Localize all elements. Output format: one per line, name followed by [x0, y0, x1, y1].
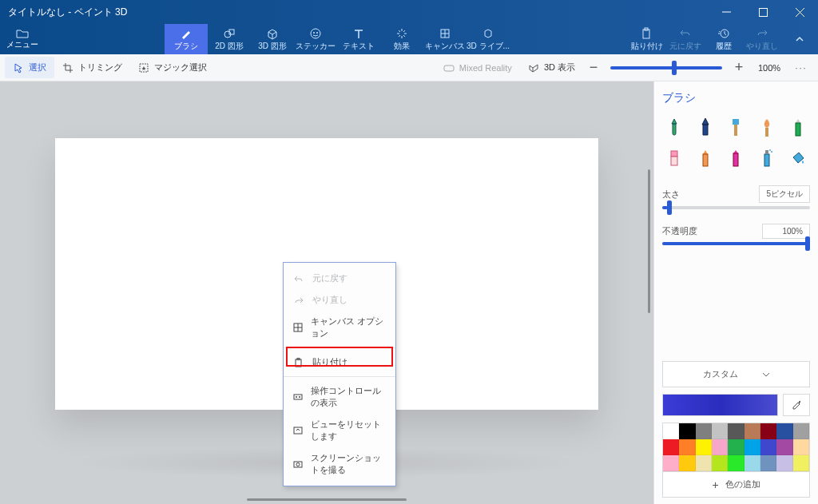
brush-pastel[interactable] [724, 147, 749, 169]
swatch[interactable] [696, 439, 712, 455]
brush-oil[interactable] [724, 117, 749, 139]
history-action[interactable]: 履歴 [705, 24, 743, 54]
paste-action[interactable]: 貼り付け [628, 24, 666, 54]
swatch[interactable] [679, 439, 695, 455]
swatch[interactable] [745, 423, 760, 439]
add-color-button[interactable]: + 色の追加 [662, 472, 810, 498]
swatch[interactable] [760, 455, 776, 471]
view-3d-button[interactable]: 3D 表示 [520, 57, 583, 78]
swatch[interactable] [745, 455, 760, 471]
swatch[interactable] [793, 423, 809, 439]
color-swatches [662, 423, 810, 472]
redo-icon [293, 295, 304, 306]
maximize-button[interactable] [745, 0, 781, 24]
paste-icon [293, 357, 304, 368]
swatch[interactable] [793, 455, 809, 471]
tab-3d-library[interactable]: 3D ライブ... [467, 24, 510, 54]
tab-effects[interactable]: 効果 [380, 24, 423, 54]
swatch[interactable] [712, 423, 728, 439]
zoom-in-button[interactable]: + [729, 58, 749, 78]
mixed-reality-button: Mixed Reality [435, 58, 520, 78]
opacity-slider[interactable] [662, 242, 810, 245]
eyedropper-button[interactable] [783, 394, 810, 416]
tab-text[interactable]: テキスト [337, 24, 380, 54]
brush-watercolor[interactable] [755, 117, 780, 139]
thickness-slider[interactable] [662, 206, 810, 209]
select-tool[interactable]: 選択 [5, 57, 54, 78]
ctx-show-controls[interactable]: 操作コントロールの表示 [284, 380, 395, 414]
brush-fill[interactable] [785, 147, 810, 169]
brush-marker[interactable] [662, 117, 687, 139]
tab-2d-shapes[interactable]: 2D 図形 [208, 24, 251, 54]
material-dropdown[interactable]: カスタム [662, 361, 810, 387]
svg-rect-29 [764, 154, 769, 166]
swatch[interactable] [663, 439, 679, 455]
ribbon: メニュー ブラシ 2D 図形 3D 図形 ステッカー テキスト 効果 キャンバス… [0, 24, 818, 54]
chevron-up-icon [794, 34, 805, 45]
close-button[interactable] [781, 0, 818, 24]
swatch[interactable] [663, 423, 679, 439]
menu-button[interactable]: メニュー [0, 24, 45, 54]
more-button[interactable]: ··· [789, 63, 813, 73]
context-menu: 元に戻す やり直し キャンバス オプション 貼り付け 操作コントロールの表示 [283, 262, 396, 486]
thickness-thumb[interactable] [667, 200, 672, 215]
minimize-button[interactable] [708, 0, 745, 24]
opacity-thumb[interactable] [805, 236, 810, 251]
sticker-icon [309, 27, 322, 40]
zoom-percent[interactable]: 100% [749, 63, 789, 73]
swatch[interactable] [745, 439, 760, 455]
ctx-reset-view[interactable]: ビューをリセットします [284, 414, 395, 447]
reset-view-icon [293, 425, 303, 436]
tab-canvas[interactable]: キャンバス [423, 24, 467, 54]
swatch[interactable] [679, 423, 695, 439]
swatch[interactable] [696, 455, 712, 471]
side-panel: ブラシ 太さ 5ピクセル 不透明度 100% [653, 81, 818, 504]
brush-spray[interactable] [755, 147, 780, 169]
brush-crayon[interactable] [693, 147, 718, 169]
opacity-value[interactable]: 100% [762, 224, 810, 239]
horizontal-scrollbar[interactable] [247, 498, 407, 501]
vertical-scrollbar[interactable] [648, 169, 650, 313]
ctx-screenshot[interactable]: スクリーンショットを撮る [284, 447, 395, 481]
menu-label: メニュー [6, 39, 38, 50]
controls-icon [293, 391, 303, 403]
swatch[interactable] [793, 439, 809, 455]
crop-tool[interactable]: トリミング [54, 57, 130, 78]
zoom-out-button[interactable]: − [583, 58, 604, 78]
brush-pencil[interactable] [785, 117, 810, 139]
panel-title: ブラシ [662, 91, 810, 105]
collapse-ribbon[interactable] [781, 24, 818, 54]
swatch[interactable] [760, 439, 776, 455]
magic-select-tool[interactable]: マジック選択 [130, 57, 215, 78]
brush-eraser[interactable] [662, 147, 687, 169]
zoom-slider[interactable] [610, 66, 722, 69]
swatch[interactable] [679, 455, 695, 471]
swatch[interactable] [776, 439, 792, 455]
thickness-value[interactable]: 5ピクセル [759, 185, 810, 203]
swatch[interactable] [712, 439, 728, 455]
swatch[interactable] [776, 455, 792, 471]
swatch[interactable] [728, 455, 744, 471]
swatch[interactable] [728, 439, 744, 455]
brush-calligraphy[interactable] [693, 117, 718, 139]
crop-icon [62, 62, 73, 73]
mr-icon [443, 62, 455, 73]
swatch[interactable] [712, 455, 728, 471]
svg-rect-28 [733, 153, 738, 166]
ctx-canvas-options[interactable]: キャンバス オプション [284, 311, 395, 344]
brush-icon [180, 27, 193, 40]
swatch[interactable] [696, 423, 712, 439]
tab-stickers[interactable]: ステッカー [294, 24, 337, 54]
canvas-area[interactable]: 元に戻す やり直し キャンバス オプション 貼り付け 操作コントロールの表示 [0, 81, 653, 504]
swatch[interactable] [663, 455, 679, 471]
svg-rect-0 [759, 8, 767, 16]
current-color[interactable] [662, 394, 778, 416]
swatch[interactable] [776, 423, 792, 439]
zoom-slider-thumb[interactable] [672, 61, 677, 75]
swatch[interactable] [728, 423, 744, 439]
tab-brushes[interactable]: ブラシ [165, 24, 208, 54]
swatch[interactable] [760, 423, 776, 439]
tab-3d-shapes[interactable]: 3D 図形 [251, 24, 294, 54]
paste-icon [641, 27, 653, 40]
ctx-paste[interactable]: 貼り付け [284, 351, 395, 373]
